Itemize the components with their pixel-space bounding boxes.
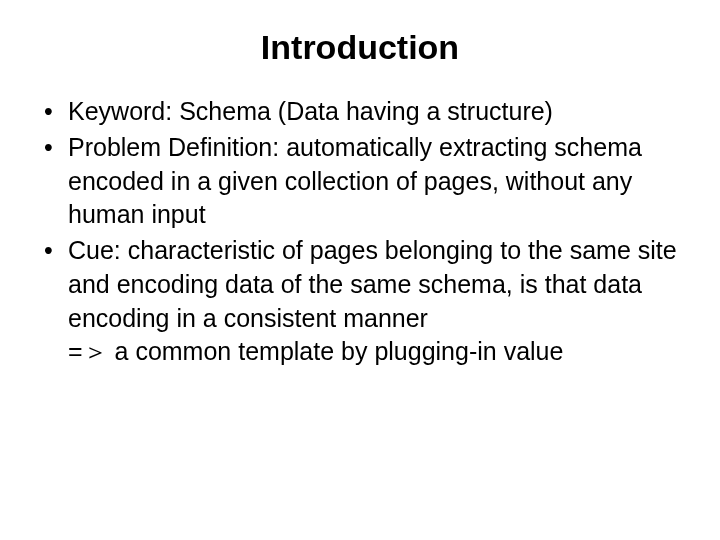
list-item: Cue: characteristic of pages belonging t… (40, 234, 680, 369)
slide-title: Introduction (40, 28, 680, 67)
bullet-text: Problem Definition: automatically extrac… (68, 133, 642, 229)
bullet-text: Keyword: Schema (Data having a structure… (68, 97, 553, 125)
list-item: Keyword: Schema (Data having a structure… (40, 95, 680, 129)
bullet-text: Cue: characteristic of pages belonging t… (68, 236, 677, 332)
list-item: Problem Definition: automatically extrac… (40, 131, 680, 232)
slide: Introduction Keyword: Schema (Data havin… (0, 0, 720, 540)
bullet-list: Keyword: Schema (Data having a structure… (40, 95, 680, 369)
bullet-continuation: =＞ a common template by plugging-in valu… (68, 335, 680, 369)
